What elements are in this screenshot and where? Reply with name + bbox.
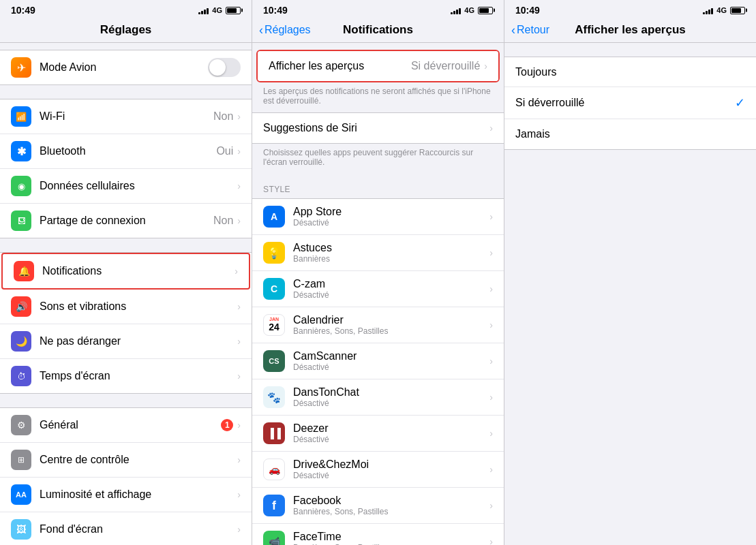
row-airplane[interactable]: ✈ Mode Avion: [0, 50, 252, 84]
choice-sideveouille-label: Si déverrouillé: [515, 97, 735, 109]
choice-jamais[interactable]: Jamais: [504, 119, 756, 149]
right-back-button[interactable]: ‹ Retour: [511, 23, 549, 37]
czam-icon: C: [263, 278, 285, 300]
left-panel: 10:49 4G Réglages ✈ Mode Avion: [0, 0, 252, 545]
row-display[interactable]: AA Luminosité et affichage ›: [0, 478, 252, 512]
mid-back-button[interactable]: ‹ Réglages: [259, 23, 311, 37]
row-bluetooth[interactable]: ✱ Bluetooth Oui ›: [0, 134, 252, 169]
row-siri-suggestions[interactable]: Suggestions de Siri ›: [252, 113, 504, 143]
general-icon: ⚙: [11, 415, 31, 435]
right-back-label: Retour: [517, 24, 549, 36]
time-left: 10:49: [11, 5, 35, 16]
control-label: Centre de contrôle: [40, 454, 237, 466]
left-nav-header: Réglages: [0, 19, 252, 43]
siri-suggestions-chevron: ›: [489, 123, 493, 134]
mid-panel: 10:49 4G ‹ Réglages Notifications Affich…: [252, 0, 504, 545]
deezer-icon: ▐▐: [263, 422, 285, 444]
facebook-name: Facebook: [293, 495, 489, 507]
drive-icon: 🚗: [263, 458, 285, 480]
app-row-danstonChat[interactable]: 🐾 DansTonChat Désactivé ›: [252, 379, 504, 416]
time-mid: 10:49: [263, 5, 288, 16]
facetime-name: FaceTime: [293, 531, 489, 543]
row-screen[interactable]: ⏱ Temps d'écran ›: [0, 359, 252, 393]
general-badge: 1: [221, 419, 233, 431]
app-row-facebook[interactable]: f Facebook Bannières, Sons, Pastilles ›: [252, 488, 504, 524]
apercus-note: Les aperçus des notifications ne seront …: [252, 82, 504, 112]
settings-group-general: ⚙ Général 1 › ⊞ Centre de contrôle ›: [0, 407, 252, 545]
deezer-chevron: ›: [489, 428, 493, 439]
notifications-icon: 🔔: [14, 261, 34, 281]
czam-sub: Désactivé: [293, 290, 489, 300]
row-control[interactable]: ⊞ Centre de contrôle ›: [0, 443, 252, 478]
calendrier-chevron: ›: [489, 320, 493, 330]
app-row-facetime[interactable]: 📹 FaceTime Bannières, Sons, Pastilles ›: [252, 524, 504, 545]
facetime-icon: 📹: [263, 531, 285, 545]
danstonChat-sub: Désactivé: [293, 399, 489, 408]
apercus-label: Afficher les aperçus: [269, 60, 411, 72]
row-hotspot[interactable]: ⛾ Partage de connexion Non ›: [0, 204, 252, 238]
czam-chevron: ›: [489, 283, 493, 294]
notifications-chevron: ›: [235, 266, 238, 277]
appstore-name: App Store: [293, 206, 489, 218]
deezer-sub: Désactivé: [293, 435, 489, 444]
appstore-sub: Désactivé: [293, 218, 489, 228]
selected-checkmark: ✓: [735, 95, 745, 110]
choice-toujours[interactable]: Toujours: [504, 57, 756, 87]
camscanner-icon: CS: [263, 350, 285, 372]
row-wallpaper[interactable]: 🖼 Fond d'écran ›: [0, 512, 252, 545]
wallpaper-icon: 🖼: [11, 519, 31, 540]
bluetooth-label: Bluetooth: [40, 145, 216, 157]
battery-icon-left: [226, 7, 241, 14]
danstonChat-name: DansTonChat: [293, 386, 489, 399]
cellular-icon: ◉: [11, 176, 31, 196]
sounds-icon: 🔊: [11, 296, 31, 317]
status-bar-left: 10:49 4G: [0, 0, 252, 19]
status-bar-right: 10:49 4G: [504, 0, 756, 19]
app-row-drive[interactable]: 🚗 Drive&ChezMoi Désactivé ›: [252, 452, 504, 488]
row-dnd[interactable]: 🌙 Ne pas déranger ›: [0, 324, 252, 359]
facebook-icon: f: [263, 495, 285, 516]
wallpaper-chevron: ›: [237, 524, 241, 535]
mid-scroll: Afficher les aperçus Si déverrouillé › L…: [252, 43, 504, 545]
mid-nav-header: ‹ Réglages Notifications: [252, 19, 504, 43]
app-row-deezer[interactable]: ▐▐ Deezer Désactivé ›: [252, 416, 504, 452]
dnd-label: Ne pas déranger: [40, 335, 237, 347]
general-label: Général: [40, 419, 221, 431]
drive-sub: Désactivé: [293, 471, 489, 480]
app-row-appstore[interactable]: A App Store Désactivé ›: [252, 199, 504, 235]
bluetooth-value: Oui: [216, 145, 233, 157]
hotspot-value: Non: [213, 215, 233, 227]
row-general[interactable]: ⚙ Général 1 ›: [0, 408, 252, 443]
row-cellular[interactable]: ◉ Données cellulaires ›: [0, 169, 252, 204]
airplane-toggle[interactable]: [208, 58, 241, 77]
drive-chevron: ›: [489, 464, 493, 475]
choice-sideveouille[interactable]: Si déverrouillé ✓: [504, 87, 756, 119]
dnd-icon: 🌙: [11, 331, 31, 352]
dnd-chevron: ›: [237, 336, 241, 347]
apercus-highlight-container: Afficher les aperçus Si déverrouillé ›: [256, 50, 500, 82]
astuces-icon: 💡: [263, 242, 285, 264]
hotspot-chevron: ›: [237, 215, 241, 226]
app-row-czam[interactable]: C C-zam Désactivé ›: [252, 271, 504, 307]
app-row-astuces[interactable]: 💡 Astuces Bannières ›: [252, 235, 504, 271]
wifi-value: Non: [213, 110, 233, 123]
row-apercus[interactable]: Afficher les aperçus Si déverrouillé ›: [258, 51, 498, 81]
calendrier-name: Calendrier: [293, 314, 489, 326]
row-notifications[interactable]: 🔔 Notifications ›: [1, 253, 250, 290]
choice-toujours-label: Toujours: [515, 66, 745, 78]
row-wifi[interactable]: 📶 Wi-Fi Non ›: [0, 99, 252, 134]
app-row-camscanner[interactable]: CS CamScanner Désactivé ›: [252, 343, 504, 379]
airplane-icon: ✈: [11, 57, 31, 78]
mid-title: Notifications: [343, 23, 413, 37]
network-type-mid: 4G: [464, 6, 474, 14]
right-panel: 10:49 4G ‹ Retour Afficher les aperçus T…: [504, 0, 756, 545]
siri-note: Choisissez quelles apps peuvent suggérer…: [252, 144, 504, 174]
app-row-calendrier[interactable]: jan 24 Calendrier Bannières, Sons, Pasti…: [252, 307, 504, 343]
astuces-name: Astuces: [293, 242, 489, 254]
choice-jamais-label: Jamais: [515, 128, 745, 140]
row-sounds[interactable]: 🔊 Sons et vibrations ›: [0, 290, 252, 324]
calendrier-icon: jan 24: [263, 314, 285, 336]
facebook-sub: Bannières, Sons, Pastilles: [293, 507, 489, 516]
status-bar-mid: 10:49 4G: [252, 0, 504, 19]
czam-name: C-zam: [293, 278, 489, 290]
